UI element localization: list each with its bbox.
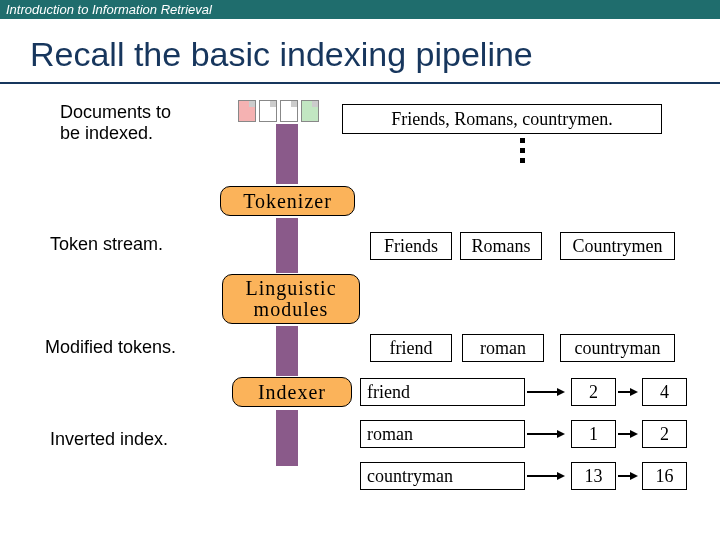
- token-text: Romans: [471, 236, 530, 257]
- course-title: Introduction to Information Retrieval: [6, 2, 212, 17]
- posting-box: 1: [571, 420, 616, 448]
- label-modified-tokens: Modified tokens.: [45, 337, 176, 358]
- arrow-right-icon: [616, 386, 638, 398]
- input-document-text: Friends, Romans, countrymen.: [391, 109, 612, 130]
- header-bar: Introduction to Information Retrieval: [0, 0, 720, 19]
- index-row: countryman 13 16: [360, 462, 687, 490]
- label-inverted-index: Inverted index.: [50, 429, 168, 450]
- index-row: friend 2 4: [360, 378, 687, 406]
- arrow-right-icon: [616, 470, 638, 482]
- doc-icon: [280, 100, 298, 122]
- slide-title: Recall the basic indexing pipeline: [0, 19, 720, 82]
- arrow-right-icon: [525, 386, 567, 398]
- posting-value: 2: [589, 382, 598, 403]
- label-token-stream: Token stream.: [50, 234, 163, 255]
- modified-token-cell: countryman: [560, 334, 675, 362]
- posting-box: 13: [571, 462, 616, 490]
- token-text: countryman: [575, 338, 661, 359]
- arrow-down-icon: [276, 410, 298, 466]
- diagram-canvas: Documents to be indexed. Token stream. M…: [0, 94, 720, 524]
- index-term-box: roman: [360, 420, 525, 448]
- input-document-box: Friends, Romans, countrymen.: [342, 104, 662, 134]
- stage-linguistic: Linguistic modules: [222, 274, 360, 324]
- svg-marker-9: [557, 430, 565, 438]
- xls-icon: [301, 100, 319, 122]
- index-term-box: countryman: [360, 462, 525, 490]
- token-cell: Countrymen: [560, 232, 675, 260]
- svg-marker-13: [557, 472, 565, 480]
- posting-value: 4: [660, 382, 669, 403]
- posting-value: 13: [585, 466, 603, 487]
- posting-box: 16: [642, 462, 687, 490]
- stage-tokenizer: Tokenizer: [220, 186, 355, 216]
- modified-token-cell: roman: [462, 334, 544, 362]
- token-text: friend: [390, 338, 433, 359]
- svg-marker-11: [630, 430, 638, 438]
- posting-box: 2: [571, 378, 616, 406]
- posting-value: 16: [656, 466, 674, 487]
- posting-value: 2: [660, 424, 669, 445]
- arrow-right-icon: [525, 470, 567, 482]
- token-text: Countrymen: [573, 236, 663, 257]
- posting-box: 4: [642, 378, 687, 406]
- document-icons: [238, 100, 319, 122]
- posting-box: 2: [642, 420, 687, 448]
- stage-indexer: Indexer: [232, 377, 352, 407]
- svg-marker-15: [630, 472, 638, 480]
- index-term: friend: [367, 382, 410, 403]
- arrow-down-icon: [276, 326, 298, 376]
- index-term-box: friend: [360, 378, 525, 406]
- token-cell: Friends: [370, 232, 452, 260]
- token-text: Friends: [384, 236, 438, 257]
- token-text: roman: [480, 338, 526, 359]
- index-term: countryman: [367, 466, 453, 487]
- label-documents: Documents to be indexed.: [60, 102, 171, 143]
- title-underline: [0, 82, 720, 84]
- index-term: roman: [367, 424, 413, 445]
- stage-indexer-label: Indexer: [258, 381, 326, 404]
- stage-tokenizer-label: Tokenizer: [243, 190, 332, 213]
- arrow-down-icon: [276, 124, 298, 184]
- stage-linguistic-label: Linguistic modules: [245, 278, 336, 320]
- arrow-right-icon: [525, 428, 567, 440]
- svg-marker-5: [557, 388, 565, 396]
- svg-marker-7: [630, 388, 638, 396]
- arrow-right-icon: [616, 428, 638, 440]
- doc-icon: [259, 100, 277, 122]
- posting-value: 1: [589, 424, 598, 445]
- modified-token-cell: friend: [370, 334, 452, 362]
- index-row: roman 1 2: [360, 420, 687, 448]
- pdf-icon: [238, 100, 256, 122]
- vertical-ellipsis-icon: [520, 138, 525, 163]
- arrow-down-icon: [276, 218, 298, 273]
- token-cell: Romans: [460, 232, 542, 260]
